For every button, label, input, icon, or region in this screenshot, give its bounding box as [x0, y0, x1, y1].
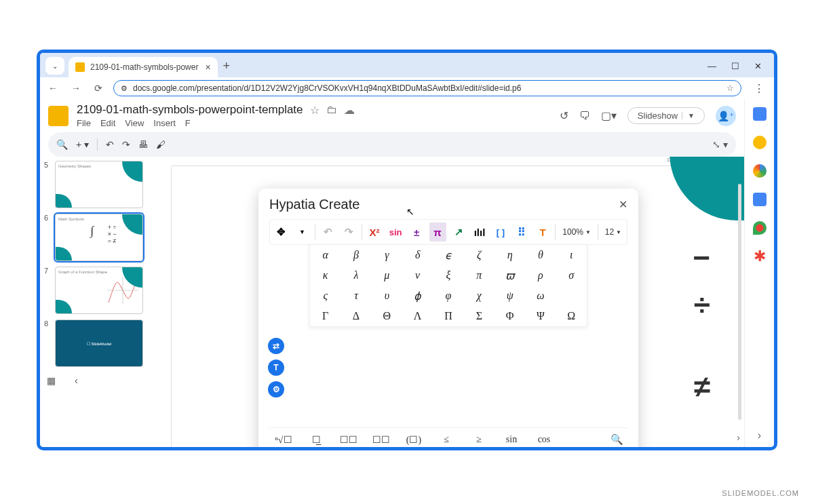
undo-modal-icon[interactable]: ↶ [319, 222, 336, 241]
arrow-button[interactable]: ↗ [450, 222, 467, 241]
tmpl-sub[interactable]: ☐☐ [338, 434, 359, 446]
greek-nu[interactable]: ν [402, 265, 433, 286]
share-button[interactable]: 👤⁺ [716, 106, 736, 126]
paint-format-icon[interactable]: 🖌 [156, 139, 166, 150]
new-slide-icon[interactable]: + ▾ [76, 139, 89, 150]
tmpl-paren[interactable]: (☐) [404, 434, 424, 446]
side-tool-stats[interactable]: ⇄ [268, 338, 284, 354]
next-icon[interactable]: › [737, 432, 740, 443]
greek-xi[interactable]: ξ [433, 265, 463, 286]
bookmark-star-icon[interactable]: ☆ [726, 83, 734, 93]
grid-view-icon[interactable]: ▦ [47, 375, 56, 386]
menu-view[interactable]: View [125, 118, 144, 128]
thumb-5[interactable]: Geometry Shapes [55, 161, 143, 208]
greek-epsilon[interactable]: ϵ [433, 245, 463, 265]
grid-button[interactable]: ⠿ [513, 222, 530, 241]
greek-mu[interactable]: μ [372, 265, 402, 286]
greek-theta[interactable]: θ [525, 245, 556, 265]
thumb-8[interactable]: ☐ SlideModel [55, 319, 143, 367]
greek-omega[interactable]: ω [525, 286, 556, 306]
greek-rho[interactable]: ρ [525, 265, 556, 286]
pi-button[interactable]: π [429, 222, 446, 241]
greek-varpi[interactable]: ϖ [495, 265, 525, 286]
maximize-icon[interactable]: ☐ [731, 61, 739, 71]
greek-cap-gamma[interactable]: Γ [310, 306, 341, 326]
move-doc-icon[interactable]: 🗀 [326, 104, 337, 116]
minimize-icon[interactable]: — [708, 61, 716, 71]
move-tool-icon[interactable]: ✥ [273, 222, 290, 241]
greek-upsilon[interactable]: υ [372, 286, 402, 306]
scrollbar[interactable] [738, 184, 741, 420]
redo-modal-icon[interactable]: ↷ [341, 222, 357, 241]
greek-varsigma[interactable]: ς [310, 286, 341, 306]
cloud-status-icon[interactable]: ☁ [344, 104, 355, 117]
calendar-icon[interactable] [753, 107, 767, 121]
greek-beta[interactable]: β [341, 245, 371, 265]
greek-varphi[interactable]: φ [433, 286, 463, 306]
tmpl-ge[interactable]: ≥ [469, 434, 489, 445]
sin-button[interactable]: sin [387, 222, 404, 241]
greek-tau[interactable]: τ [341, 286, 371, 306]
new-tab-button[interactable]: + [223, 59, 231, 73]
back-icon[interactable]: ← [45, 81, 60, 95]
greek-cap-psi[interactable]: Ψ [525, 306, 556, 326]
greek-phi[interactable]: ϕ [402, 286, 433, 306]
side-tool-settings[interactable]: ⚙ [268, 381, 284, 398]
thumb-7[interactable]: Graph of a Function Shape [55, 267, 143, 314]
zoom-select[interactable]: 100%▼ [560, 227, 594, 237]
forward-icon[interactable]: → [69, 81, 83, 95]
greek-pi[interactable]: π [464, 265, 495, 286]
menu-edit[interactable]: Edit [100, 118, 115, 128]
meet-icon[interactable]: ▢▾ [601, 109, 617, 122]
greek-cap-sigma[interactable]: Σ [464, 306, 495, 326]
greek-cap-theta[interactable]: Θ [372, 306, 402, 326]
greek-cap-lambda[interactable]: Λ [402, 306, 433, 326]
greek-psi[interactable]: ψ [495, 286, 525, 306]
greek-chi[interactable]: χ [464, 286, 495, 306]
pm-button[interactable]: ± [408, 222, 425, 241]
greek-cap-omega[interactable]: Ω [556, 306, 587, 326]
brackets-button[interactable]: [ ] [492, 222, 509, 241]
maps-icon[interactable] [753, 221, 767, 235]
menu-truncated[interactable]: F [185, 118, 191, 128]
tab-close-icon[interactable]: × [205, 62, 210, 73]
greek-cap-pi[interactable]: Π [433, 306, 463, 326]
greek-zeta[interactable]: ζ [464, 245, 495, 265]
greek-gamma[interactable]: γ [372, 245, 402, 265]
greek-iota[interactable]: ι [556, 245, 587, 265]
collapse-side-icon[interactable]: › [758, 429, 761, 442]
menu-insert[interactable]: Insert [153, 118, 176, 128]
doc-title[interactable]: 2109-01-math-symbols-powerpoint-template [77, 103, 303, 117]
pointer-tool-icon[interactable]: ⤡ ▾ [712, 139, 728, 150]
tmpl-cos[interactable]: cos [534, 434, 554, 445]
thumb-6[interactable]: Math Symbols ∫ + ÷× −= ≠ [55, 214, 143, 261]
undo-icon[interactable]: ↶ [106, 139, 114, 150]
greek-cap-delta[interactable]: Δ [341, 306, 371, 326]
history-icon[interactable]: ↺ [560, 109, 568, 122]
greek-cap-phi[interactable]: Φ [495, 306, 525, 326]
font-size-select[interactable]: 12▼ [602, 227, 624, 237]
redo-icon[interactable]: ↷ [122, 139, 130, 150]
close-window-icon[interactable]: ✕ [754, 61, 762, 71]
site-info-icon[interactable]: ⚙ [121, 84, 128, 93]
tmpl-frac[interactable]: ☐̲ [306, 434, 326, 446]
greek-kappa[interactable]: κ [310, 265, 341, 286]
url-bar[interactable]: ⚙ docs.google.com/presentation/d/1D12V2W… [113, 80, 741, 96]
tmpl-sup[interactable]: ☐☐ [371, 434, 391, 446]
greek-sigma[interactable]: σ [556, 265, 587, 286]
tmpl-search-icon[interactable]: 🔍 [610, 433, 623, 446]
browser-menu-icon[interactable]: ⋮ [750, 82, 769, 95]
tab-list-dropdown[interactable]: ⌄ [45, 57, 64, 75]
greek-alpha[interactable]: α [310, 245, 341, 265]
tmpl-sin[interactable]: sin [501, 434, 522, 445]
greek-delta[interactable]: δ [402, 245, 433, 265]
slideshow-caret-icon[interactable]: ▼ [682, 112, 695, 119]
greek-lambda[interactable]: λ [341, 265, 371, 286]
reload-icon[interactable]: ⟳ [92, 81, 105, 95]
move-caret-icon[interactable]: ▼ [294, 222, 311, 241]
tmpl-le[interactable]: ≤ [436, 434, 457, 445]
addon-icon[interactable]: ✱ [753, 250, 767, 263]
browser-tab[interactable]: 2109-01-math-symbols-power × [69, 57, 218, 77]
x2-button[interactable]: X² [366, 222, 383, 241]
greek-eta[interactable]: η [495, 245, 525, 265]
